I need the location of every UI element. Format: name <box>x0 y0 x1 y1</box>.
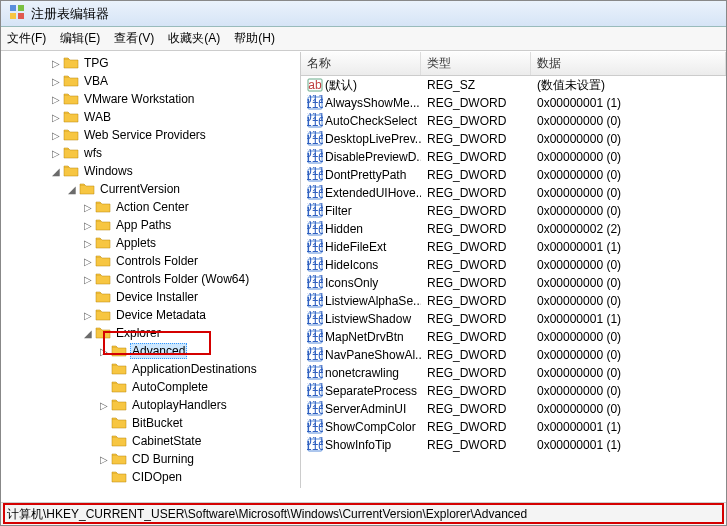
svg-text:110: 110 <box>307 97 323 111</box>
expander-open-icon[interactable]: ◢ <box>65 182 79 196</box>
list-row[interactable]: 011110DontPrettyPathREG_DWORD0x00000000 … <box>301 166 726 184</box>
value-data: 0x00000000 (0) <box>531 402 726 416</box>
svg-text:110: 110 <box>307 313 323 327</box>
list-row[interactable]: 011110IconsOnlyREG_DWORD0x00000000 (0) <box>301 274 726 292</box>
list-row[interactable]: 011110HideFileExtREG_DWORD0x00000001 (1) <box>301 238 726 256</box>
list-row[interactable]: 011110SeparateProcessREG_DWORD0x00000000… <box>301 382 726 400</box>
list-row[interactable]: 011110MapNetDrvBtnREG_DWORD0x00000000 (0… <box>301 328 726 346</box>
menu-favorites[interactable]: 收藏夹(A) <box>168 30 220 47</box>
value-data: 0x00000000 (0) <box>531 294 726 308</box>
expander-open-icon[interactable]: ◢ <box>49 164 63 178</box>
tree-item[interactable]: ◢CurrentVersion <box>1 180 300 198</box>
svg-text:110: 110 <box>307 421 323 435</box>
tree-item[interactable]: ▷WAB <box>1 108 300 126</box>
list-row[interactable]: 011110HideIconsREG_DWORD0x00000000 (0) <box>301 256 726 274</box>
reg-binary-icon: 011110 <box>307 257 323 273</box>
tree-item-label: wfs <box>82 146 104 160</box>
list-row[interactable]: 011110AlwaysShowMe...REG_DWORD0x00000001… <box>301 94 726 112</box>
expander-open-icon[interactable]: ◢ <box>81 326 95 340</box>
list-row[interactable]: ab(默认)REG_SZ(数值未设置) <box>301 76 726 94</box>
folder-icon <box>95 290 111 304</box>
expander-closed-icon[interactable]: ▷ <box>81 236 95 250</box>
value-name: ExtendedUIHove... <box>325 186 421 200</box>
expander-closed-icon[interactable]: ▷ <box>49 92 63 106</box>
list-pane[interactable]: 名称 类型 数据 ab(默认)REG_SZ(数值未设置)011110Always… <box>301 52 726 454</box>
expander-closed-icon[interactable]: ▷ <box>81 218 95 232</box>
expander-closed-icon[interactable]: ▷ <box>97 398 111 412</box>
svg-text:110: 110 <box>307 259 323 273</box>
list-row[interactable]: 011110ListviewShadowREG_DWORD0x00000001 … <box>301 310 726 328</box>
tree-item[interactable]: ▷CD Burning <box>1 450 300 468</box>
tree-item[interactable]: ▷TPG <box>1 54 300 72</box>
expander-none <box>81 290 95 304</box>
tree-item[interactable]: ApplicationDestinations <box>1 360 300 378</box>
tree-item[interactable]: BitBucket <box>1 414 300 432</box>
expander-closed-icon[interactable]: ▷ <box>81 272 95 286</box>
expander-closed-icon[interactable]: ▷ <box>49 56 63 70</box>
tree-item[interactable]: ▷App Paths <box>1 216 300 234</box>
window-title: 注册表编辑器 <box>31 5 109 23</box>
expander-closed-icon[interactable]: ▷ <box>97 452 111 466</box>
list-row[interactable]: 011110ServerAdminUIREG_DWORD0x00000000 (… <box>301 400 726 418</box>
list-row[interactable]: 011110HiddenREG_DWORD0x00000002 (2) <box>301 220 726 238</box>
tree-item[interactable]: ▷wfs <box>1 144 300 162</box>
svg-text:110: 110 <box>307 439 323 453</box>
value-data: 0x00000001 (1) <box>531 312 726 326</box>
tree-item[interactable]: ▷Device Metadata <box>1 306 300 324</box>
reg-binary-icon: 011110 <box>307 131 323 147</box>
tree-item[interactable]: CIDOpen <box>1 468 300 486</box>
expander-closed-icon[interactable]: ▷ <box>81 200 95 214</box>
svg-text:110: 110 <box>307 169 323 183</box>
value-name: ServerAdminUI <box>325 402 406 416</box>
tree-item[interactable]: ▷Action Center <box>1 198 300 216</box>
col-header-name[interactable]: 名称 <box>301 52 421 75</box>
list-row[interactable]: 011110DisablePreviewD...REG_DWORD0x00000… <box>301 148 726 166</box>
menu-bar: 文件(F) 编辑(E) 查看(V) 收藏夹(A) 帮助(H) <box>1 27 726 51</box>
tree-item[interactable]: ◢Explorer <box>1 324 300 342</box>
tree-item[interactable]: ◢Windows <box>1 162 300 180</box>
expander-closed-icon[interactable]: ▷ <box>81 308 95 322</box>
value-data: 0x00000000 (0) <box>531 204 726 218</box>
list-row[interactable]: 011110ExtendedUIHove...REG_DWORD0x000000… <box>301 184 726 202</box>
col-header-type[interactable]: 类型 <box>421 52 531 75</box>
list-row[interactable]: 011110ShowInfoTipREG_DWORD0x00000001 (1) <box>301 436 726 454</box>
col-header-data[interactable]: 数据 <box>531 52 726 75</box>
expander-closed-icon[interactable]: ▷ <box>49 74 63 88</box>
list-row[interactable]: 011110NavPaneShowAl...REG_DWORD0x0000000… <box>301 346 726 364</box>
expander-closed-icon[interactable]: ▷ <box>49 110 63 124</box>
tree-item[interactable]: ▷Web Service Providers <box>1 126 300 144</box>
tree-item[interactable]: ▷VMware Workstation <box>1 90 300 108</box>
svg-rect-1 <box>18 5 24 11</box>
tree-item[interactable]: ▷AutoplayHandlers <box>1 396 300 414</box>
list-row[interactable]: 011110ListviewAlphaSe...REG_DWORD0x00000… <box>301 292 726 310</box>
svg-rect-0 <box>10 5 16 11</box>
tree-item[interactable]: ▷Controls Folder <box>1 252 300 270</box>
tree-item[interactable]: ▷Controls Folder (Wow64) <box>1 270 300 288</box>
tree-item[interactable]: AutoComplete <box>1 378 300 396</box>
value-data: 0x00000000 (0) <box>531 348 726 362</box>
menu-edit[interactable]: 编辑(E) <box>60 30 100 47</box>
tree-item[interactable]: ▷Advanced <box>1 342 300 360</box>
expander-closed-icon[interactable]: ▷ <box>49 146 63 160</box>
list-row[interactable]: 011110DesktopLivePrev...REG_DWORD0x00000… <box>301 130 726 148</box>
menu-view[interactable]: 查看(V) <box>114 30 154 47</box>
svg-text:110: 110 <box>307 331 323 345</box>
value-type: REG_DWORD <box>421 222 531 236</box>
list-row[interactable]: 011110FilterREG_DWORD0x00000000 (0) <box>301 202 726 220</box>
expander-closed-icon[interactable]: ▷ <box>81 254 95 268</box>
tree-pane[interactable]: ▷TPG▷VBA▷VMware Workstation▷WAB▷Web Serv… <box>1 52 301 488</box>
expander-closed-icon[interactable]: ▷ <box>97 344 111 358</box>
tree-item[interactable]: ▷VBA <box>1 72 300 90</box>
expander-closed-icon[interactable]: ▷ <box>49 128 63 142</box>
value-name: IconsOnly <box>325 276 378 290</box>
tree-item[interactable]: CabinetState <box>1 432 300 450</box>
list-row[interactable]: 011110AutoCheckSelectREG_DWORD0x00000000… <box>301 112 726 130</box>
value-name: ListviewAlphaSe... <box>325 294 421 308</box>
list-row[interactable]: 011110ShowCompColorREG_DWORD0x00000001 (… <box>301 418 726 436</box>
expander-none <box>97 362 111 376</box>
menu-help[interactable]: 帮助(H) <box>234 30 275 47</box>
menu-file[interactable]: 文件(F) <box>7 30 46 47</box>
tree-item[interactable]: ▷Applets <box>1 234 300 252</box>
list-row[interactable]: 011110nonetcrawlingREG_DWORD0x00000000 (… <box>301 364 726 382</box>
tree-item[interactable]: Device Installer <box>1 288 300 306</box>
